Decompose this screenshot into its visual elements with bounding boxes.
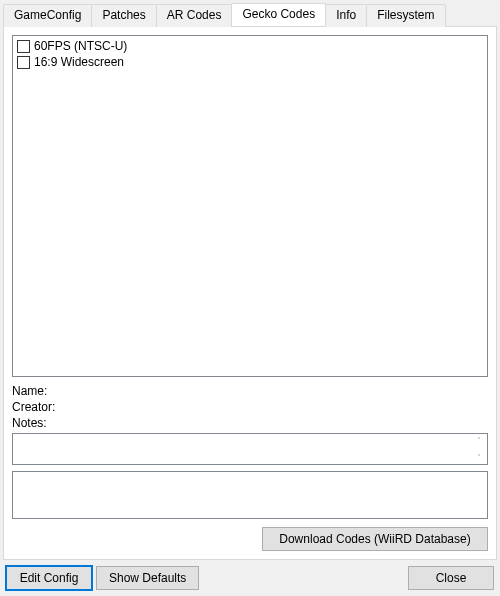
tab-info[interactable]: Info xyxy=(325,4,367,27)
gecko-codes-list[interactable]: 60FPS (NTSC-U) 16:9 Widescreen xyxy=(12,35,488,377)
notes-textbox[interactable]: ˄ ˅ xyxy=(12,433,488,465)
list-item[interactable]: 16:9 Widescreen xyxy=(15,54,485,70)
code-label: 16:9 Widescreen xyxy=(34,55,124,69)
tab-patches[interactable]: Patches xyxy=(91,4,156,27)
chevron-up-icon[interactable]: ˄ xyxy=(477,436,481,445)
name-label: Name: xyxy=(12,384,47,398)
code-label: 60FPS (NTSC-U) xyxy=(34,39,127,53)
dialog-button-bar: Edit Config Show Defaults Close xyxy=(0,560,500,596)
tab-ar-codes[interactable]: AR Codes xyxy=(156,4,233,27)
close-button[interactable]: Close xyxy=(408,566,494,590)
show-defaults-button[interactable]: Show Defaults xyxy=(96,566,199,590)
list-item[interactable]: 60FPS (NTSC-U) xyxy=(15,38,485,54)
checkbox-icon[interactable] xyxy=(17,56,30,69)
tab-gameconfig[interactable]: GameConfig xyxy=(3,4,92,27)
notes-value xyxy=(13,434,470,464)
properties-window: GameConfig Patches AR Codes Gecko Codes … xyxy=(0,0,500,596)
edit-config-button[interactable]: Edit Config xyxy=(6,566,92,590)
download-codes-button[interactable]: Download Codes (WiiRD Database) xyxy=(262,527,488,551)
gecko-codes-panel: 60FPS (NTSC-U) 16:9 Widescreen Name: Cre… xyxy=(3,26,497,560)
tab-filesystem[interactable]: Filesystem xyxy=(366,4,445,27)
checkbox-icon[interactable] xyxy=(17,40,30,53)
notes-label: Notes: xyxy=(12,416,47,430)
code-preview-box[interactable] xyxy=(12,471,488,519)
creator-label: Creator: xyxy=(12,400,55,414)
tab-strip: GameConfig Patches AR Codes Gecko Codes … xyxy=(0,0,500,26)
code-details: Name: Creator: Notes: xyxy=(12,377,488,433)
chevron-down-icon[interactable]: ˅ xyxy=(477,453,481,462)
spin-control[interactable]: ˄ ˅ xyxy=(470,434,487,464)
tab-gecko-codes[interactable]: Gecko Codes xyxy=(231,3,326,26)
